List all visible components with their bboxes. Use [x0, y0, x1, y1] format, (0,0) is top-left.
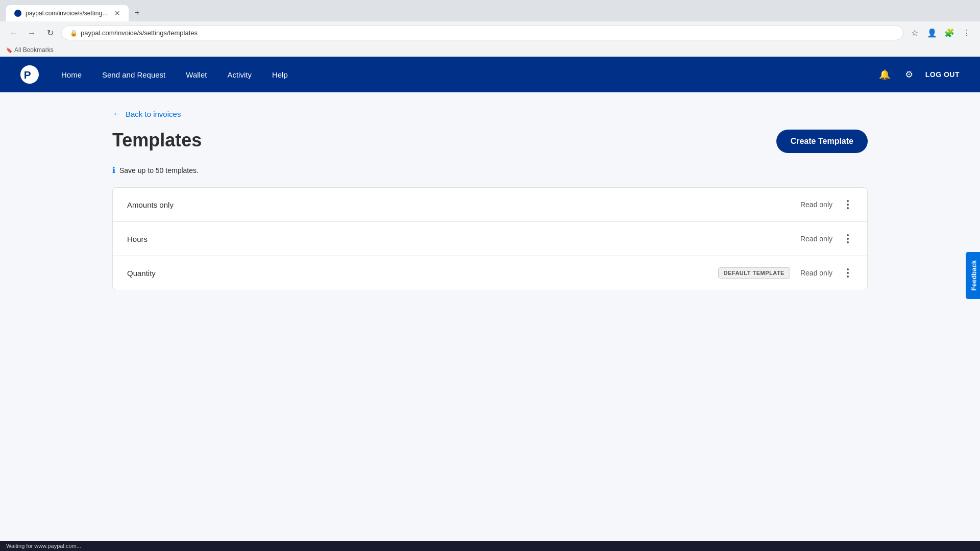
template-name: Amounts only	[127, 201, 174, 209]
back-link-text: Back to invoices	[126, 110, 181, 118]
back-button[interactable]: ←	[6, 26, 20, 40]
nav-links: Home Send and Request Wallet Activity He…	[51, 58, 876, 91]
bookmarks-label: All Bookmarks	[14, 46, 54, 54]
dot1	[847, 234, 849, 236]
tab-favicon	[14, 10, 21, 17]
url-text: paypal.com/invoice/s/settings/templates	[81, 29, 895, 37]
dot2	[847, 204, 849, 206]
info-icon: ℹ	[112, 165, 115, 175]
nav-activity[interactable]: Activity	[217, 58, 262, 91]
tab-title: paypal.com/invoice/s/settings/t...	[26, 10, 110, 17]
table-row: Hours Read only	[112, 221, 868, 256]
template-row-right: Read only	[800, 232, 853, 245]
logout-button[interactable]: LOG OUT	[925, 70, 960, 79]
menu-dots-icon[interactable]: ⋮	[960, 26, 974, 40]
dot1	[847, 268, 849, 270]
browser-toolbar: ← → ↻ 🔒 paypal.com/invoice/s/settings/te…	[0, 21, 980, 44]
nav-right: 🔔 ⚙ LOG OUT	[876, 66, 960, 83]
dot2	[847, 238, 849, 240]
feedback-button[interactable]: Feedback	[966, 252, 980, 299]
address-bar[interactable]: 🔒 paypal.com/invoice/s/settings/template…	[61, 26, 903, 40]
tab-close-icon[interactable]: ✕	[114, 9, 120, 17]
info-row: ℹ Save up to 50 templates.	[112, 165, 868, 175]
new-tab-button[interactable]: +	[131, 4, 143, 21]
info-text: Save up to 50 templates.	[119, 166, 199, 174]
bookmarks-bar: 🔖 All Bookmarks	[0, 44, 980, 57]
dot3	[847, 241, 849, 243]
forward-button[interactable]: →	[24, 26, 39, 40]
dot3	[847, 276, 849, 278]
dot2	[847, 272, 849, 274]
page-title: Templates	[112, 130, 202, 151]
nav-help[interactable]: Help	[262, 58, 298, 91]
template-row-right: Read only	[800, 198, 853, 211]
template-menu-button[interactable]	[843, 266, 853, 280]
template-name: Quantity	[127, 269, 156, 278]
bookmark-star-icon[interactable]: ☆	[908, 26, 922, 40]
template-name: Hours	[127, 235, 148, 243]
templates-list: Amounts only Read only Hours Read only	[112, 187, 868, 290]
table-row: Amounts only Read only	[112, 187, 868, 221]
nav-send-request[interactable]: Send and Request	[92, 58, 176, 91]
table-row: Quantity DEFAULT TEMPLATE Read only	[112, 256, 868, 290]
profile-icon[interactable]: 👤	[925, 26, 939, 40]
lock-icon: 🔒	[70, 30, 78, 37]
status-text: Waiting for www.paypal.com...	[6, 543, 81, 549]
main-nav: P Home Send and Request Wallet Activity …	[0, 57, 980, 92]
template-status: Read only	[800, 201, 832, 209]
back-to-invoices-link[interactable]: ← Back to invoices	[112, 109, 868, 119]
status-bar: Waiting for www.paypal.com...	[0, 541, 980, 551]
active-tab[interactable]: paypal.com/invoice/s/settings/t... ✕	[6, 5, 129, 21]
back-arrow-icon: ←	[112, 109, 121, 119]
default-template-badge: DEFAULT TEMPLATE	[718, 267, 790, 279]
settings-icon[interactable]: ⚙	[901, 66, 917, 83]
nav-wallet[interactable]: Wallet	[176, 58, 217, 91]
template-status: Read only	[800, 269, 832, 277]
nav-home[interactable]: Home	[51, 58, 92, 91]
notifications-icon[interactable]: 🔔	[876, 66, 893, 83]
bookmarks-icon: 🔖	[6, 47, 12, 53]
template-status: Read only	[800, 235, 832, 243]
template-menu-button[interactable]	[843, 232, 853, 245]
page-header-row: Templates Create Template	[112, 130, 868, 161]
template-menu-button[interactable]	[843, 198, 853, 211]
main-content: ← Back to invoices Templates Create Temp…	[0, 92, 980, 541]
create-template-button[interactable]: Create Template	[776, 130, 868, 153]
extensions-icon[interactable]: 🧩	[942, 26, 957, 40]
dot3	[847, 207, 849, 209]
reload-button[interactable]: ↻	[43, 26, 57, 40]
dot1	[847, 200, 849, 202]
template-row-right: DEFAULT TEMPLATE Read only	[718, 266, 853, 280]
svg-text:P: P	[24, 69, 31, 81]
paypal-logo[interactable]: P	[20, 65, 39, 84]
